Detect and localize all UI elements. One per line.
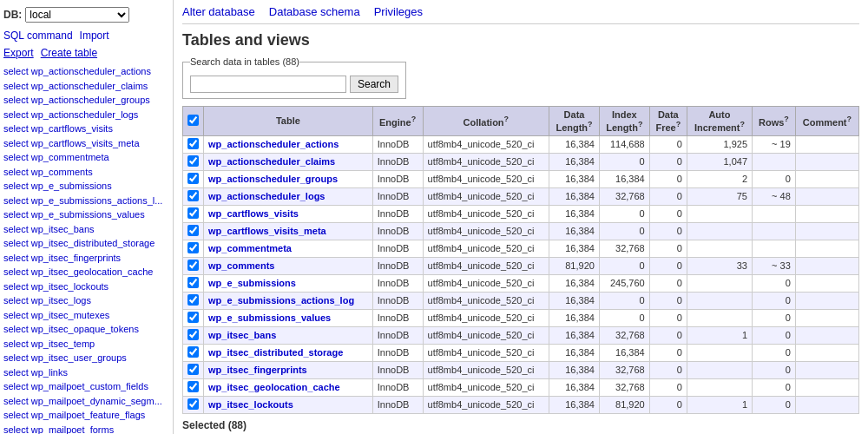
sidebar-table-link[interactable]: select wp_itsec_fingerprints xyxy=(3,251,169,266)
table-link[interactable]: wp_itsec_distributed_storage xyxy=(208,347,343,358)
sidebar-table-link[interactable]: select wp_links xyxy=(3,365,169,380)
engine-cell: InnoDB xyxy=(372,274,423,292)
create-table-link[interactable]: Create table xyxy=(41,47,97,59)
row-checkbox[interactable] xyxy=(187,242,199,253)
sidebar-table-link[interactable]: select wp_itsec_opaque_tokens xyxy=(3,322,169,337)
table-row: wp_actionscheduler_groups InnoDB utf8mb4… xyxy=(183,170,859,187)
table-link[interactable]: wp_itsec_geolocation_cache xyxy=(208,382,340,392)
row-checkbox[interactable] xyxy=(187,381,199,392)
engine-cell: InnoDB xyxy=(372,361,423,378)
page-title: Tables and views xyxy=(182,31,859,49)
sidebar-table-link[interactable]: select wp_mailpoet_custom_fields xyxy=(3,379,169,394)
search-fieldset: Search data in tables (88) Search xyxy=(182,56,406,99)
engine-cell: InnoDB xyxy=(372,344,423,361)
row-checkbox[interactable] xyxy=(187,173,199,184)
data-free-cell: 0 xyxy=(649,187,687,205)
db-select[interactable]: local xyxy=(25,7,129,23)
rows-cell: 0 xyxy=(753,326,796,344)
table-link[interactable]: wp_itsec_bans xyxy=(208,330,276,340)
engine-cell: InnoDB xyxy=(372,378,423,396)
sidebar-table-link[interactable]: select wp_e_submissions_actions_l... xyxy=(3,194,169,208)
data-free-cell: 0 xyxy=(649,292,687,309)
auto-increment-cell xyxy=(687,292,752,309)
sql-command-link[interactable]: SQL command xyxy=(3,30,73,42)
table-link[interactable]: wp_e_submissions xyxy=(208,278,296,288)
sidebar-table-link[interactable]: select wp_itsec_temp xyxy=(3,337,169,352)
table-row: wp_commentmeta InnoDB utf8mb4_unicode_52… xyxy=(183,240,859,257)
table-link[interactable]: wp_e_submissions_actions_log xyxy=(208,295,354,306)
alter-database-link[interactable]: Alter database xyxy=(182,5,255,18)
sidebar-table-link[interactable]: select wp_actionscheduler_claims xyxy=(3,79,169,94)
row-checkbox[interactable] xyxy=(187,225,199,236)
sidebar-table-link[interactable]: select wp_actionscheduler_groups xyxy=(3,93,169,108)
table-link[interactable]: wp_cartflows_visits xyxy=(208,208,299,219)
table-link[interactable]: wp_comments xyxy=(208,260,274,271)
sidebar-table-link[interactable]: select wp_itsec_bans xyxy=(3,222,169,237)
table-link[interactable]: wp_actionscheduler_claims xyxy=(208,156,335,167)
row-checkbox[interactable] xyxy=(187,329,199,340)
sidebar-table-link[interactable]: select wp_mailpoet_forms xyxy=(3,423,169,435)
rows-cell: 0 xyxy=(753,344,796,361)
row-checkbox[interactable] xyxy=(187,190,199,201)
table-link[interactable]: wp_e_submissions_values xyxy=(208,312,331,323)
table-link[interactable]: wp_commentmeta xyxy=(208,243,292,253)
table-row: wp_itsec_fingerprints InnoDB utf8mb4_uni… xyxy=(183,361,859,378)
row-checkbox[interactable] xyxy=(187,207,199,219)
table-link[interactable]: wp_actionscheduler_actions xyxy=(208,139,339,149)
table-link[interactable]: wp_actionscheduler_logs xyxy=(208,191,325,201)
sidebar-table-link[interactable]: select wp_cartflows_visits_meta xyxy=(3,136,169,151)
sidebar-table-link[interactable]: select wp_itsec_logs xyxy=(3,293,169,308)
sidebar-table-link[interactable]: select wp_itsec_distributed_storage xyxy=(3,236,169,251)
select-all-checkbox[interactable] xyxy=(187,115,199,126)
selected-info: Selected (88) xyxy=(182,419,859,431)
sidebar-table-link[interactable]: select wp_itsec_user_groups xyxy=(3,351,169,365)
row-checkbox[interactable] xyxy=(187,138,199,149)
row-checkbox[interactable] xyxy=(187,260,199,271)
table-row: wp_cartflows_visits InnoDB utf8mb4_unico… xyxy=(183,205,859,222)
export-link[interactable]: Export xyxy=(3,47,34,59)
privileges-link[interactable]: Privileges xyxy=(374,5,423,18)
sidebar-table-link[interactable]: select wp_itsec_lockouts xyxy=(3,279,169,294)
sidebar-table-link[interactable]: select wp_e_submissions_values xyxy=(3,207,169,222)
row-checkbox[interactable] xyxy=(187,398,199,410)
rows-cell xyxy=(753,205,796,222)
sidebar-table-link[interactable]: select wp_cartflows_visits xyxy=(3,122,169,136)
comment-cell xyxy=(795,309,858,326)
rows-cell: 0 xyxy=(753,292,796,309)
data-free-cell: 0 xyxy=(649,170,687,187)
collation-cell: utf8mb4_unicode_520_ci xyxy=(423,135,549,153)
rows-cell: 0 xyxy=(753,378,796,396)
row-checkbox[interactable] xyxy=(187,346,199,358)
import-link[interactable]: Import xyxy=(80,30,109,42)
data-free-cell: 0 xyxy=(649,205,687,222)
table-link[interactable]: wp_actionscheduler_groups xyxy=(208,174,338,184)
index-length-cell: 16,384 xyxy=(599,344,649,361)
table-link[interactable]: wp_itsec_lockouts xyxy=(208,399,293,410)
sidebar-table-link[interactable]: select wp_e_submissions xyxy=(3,179,169,194)
sidebar-table-link[interactable]: select wp_commentmeta xyxy=(3,150,169,165)
table-link[interactable]: wp_cartflows_visits_meta xyxy=(208,226,326,236)
row-checkbox[interactable] xyxy=(187,155,199,167)
data-length-cell: 16,384 xyxy=(549,274,600,292)
sidebar-table-link[interactable]: select wp_itsec_mutexes xyxy=(3,308,169,323)
table-link[interactable]: wp_itsec_fingerprints xyxy=(208,365,307,375)
table-row: wp_e_submissions_values InnoDB utf8mb4_u… xyxy=(183,309,859,326)
database-schema-link[interactable]: Database schema xyxy=(269,5,360,18)
row-checkbox[interactable] xyxy=(187,277,199,288)
row-checkbox[interactable] xyxy=(187,294,199,306)
index-length-cell: 16,384 xyxy=(599,170,649,187)
data-length-cell: 16,384 xyxy=(549,222,600,240)
index-length-cell: 81,920 xyxy=(599,396,649,413)
sidebar-table-link[interactable]: select wp_mailpoet_dynamic_segm... xyxy=(3,394,169,409)
row-checkbox[interactable] xyxy=(187,364,199,375)
sidebar-table-link[interactable]: select wp_actionscheduler_actions xyxy=(3,64,169,79)
search-button[interactable]: Search xyxy=(350,76,398,93)
sidebar-table-link[interactable]: select wp_itsec_geolocation_cache xyxy=(3,265,169,279)
auto-increment-cell xyxy=(687,240,752,257)
search-input[interactable] xyxy=(190,76,346,93)
sidebar-table-link[interactable]: select wp_mailpoet_feature_flags xyxy=(3,408,169,423)
sidebar-table-link[interactable]: select wp_actionscheduler_logs xyxy=(3,108,169,122)
auto-increment-cell: 75 xyxy=(687,187,752,205)
row-checkbox[interactable] xyxy=(187,312,199,323)
sidebar-table-link[interactable]: select wp_comments xyxy=(3,165,169,180)
